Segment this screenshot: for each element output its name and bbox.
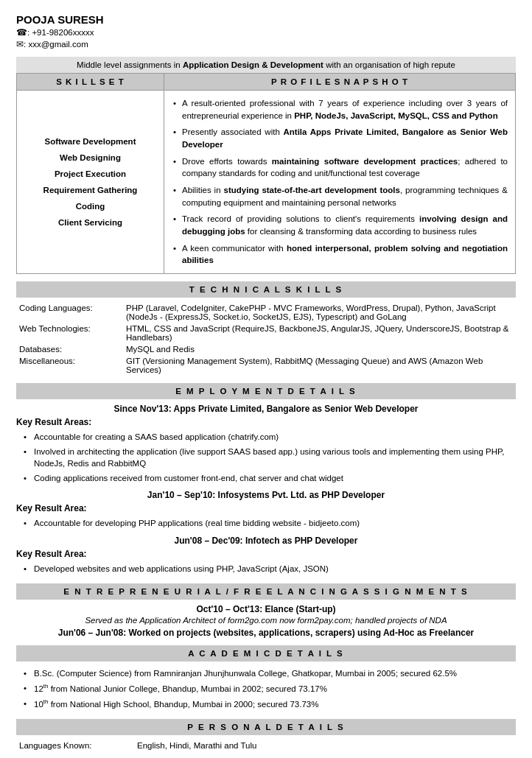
acad-item-2: 12th from National Junior College, Bhand…	[24, 681, 516, 696]
skill-item: Project Execution	[23, 166, 158, 182]
email-address: xxx@gmail.com	[28, 40, 88, 49]
tech-row-1: Coding Languages: PHP (Laravel, CodeIgni…	[16, 302, 516, 323]
tech-value-misc: GIT (Versioning Management System), Rabb…	[123, 355, 516, 376]
employment-position-1: Since Nov'13: Apps Private Limited, Bang…	[16, 404, 516, 485]
email-line: ✉: xxx@gmail.com	[16, 39, 516, 49]
acad-item-1: B.Sc. (Computer Science) from Ramniranja…	[24, 666, 516, 681]
tech-row-2: Web Technologies: HTML, CSS and JavaScri…	[16, 323, 516, 343]
skill-set-header: S K I L L S E T	[17, 74, 164, 91]
key-result-heading-1: Key Result Areas:	[16, 417, 516, 427]
technical-skills-table: Coding Languages: PHP (Laravel, CodeIgni…	[16, 302, 516, 376]
entrepreneurial-header: E N T R E P R E N E U R I A L / F R E E …	[16, 583, 516, 600]
technical-skills-header: T E C H N I C A L S K I L L S	[16, 281, 516, 298]
skill-profile-row: Software Development Web Designing Proje…	[17, 91, 516, 274]
profile-item-1: A result-oriented professional with 7 ye…	[172, 95, 508, 124]
tech-label-db: Databases:	[16, 343, 123, 355]
skill-item: Software Development	[23, 133, 158, 150]
key-result-heading-2: Key Result Area:	[16, 503, 516, 513]
skill-items-cell: Software Development Web Designing Proje…	[17, 91, 164, 274]
personal-row-1: Languages Known: English, Hindi, Marathi…	[16, 740, 516, 751]
emp-bullet: Accountable for developing PHP applicati…	[24, 516, 516, 530]
tech-row-3: Databases: MySQL and Redis	[16, 343, 516, 355]
profile-items-cell: A result-oriented professional with 7 ye…	[164, 91, 516, 274]
profile-item-4: Abilities in studying state-of-the-art d…	[172, 182, 508, 211]
personal-label-languages: Languages Known:	[16, 740, 134, 751]
skill-item: Client Servicing	[23, 214, 158, 231]
candidate-name: POOJA SURESH	[16, 13, 516, 26]
employment-position-3: Jun'08 – Dec'09: Infotech as PHP Develop…	[16, 536, 516, 576]
key-result-heading-3: Key Result Area:	[16, 549, 516, 559]
phone-number: +91-98206xxxxx	[32, 28, 94, 37]
skill-profile-table: S K I L L S E T P R O F I L E S N A P S …	[16, 73, 516, 274]
emp-title-3: Jun'08 – Dec'09: Infotech as PHP Develop…	[16, 536, 516, 546]
skill-item: Requirement Gathering	[23, 182, 158, 198]
personal-header: P E R S O N A L D E T A I L S	[16, 719, 516, 735]
tech-row-4: Miscellaneous: GIT (Versioning Managemen…	[16, 355, 516, 376]
header-section: POOJA SURESH ☎: +91-98206xxxxx ✉: xxx@gm…	[16, 13, 516, 49]
academic-list: B.Sc. (Computer Science) from Ramniranja…	[24, 666, 516, 712]
tech-value-coding: PHP (Laravel, CodeIgniter, CakePHP - MVC…	[123, 302, 516, 323]
tech-value-web: HTML, CSS and JavaScript (RequireJS, Bac…	[123, 323, 516, 343]
objective-text-normal: Middle level assignments in	[77, 60, 183, 69]
employment-header: E M P L O Y M E N T D E T A I L S	[16, 383, 516, 399]
emp-bullet: Involved in architecting the application…	[24, 444, 516, 471]
emp-bullets-1: Accountable for creating a SAAS based ap…	[24, 429, 516, 485]
tech-value-db: MySQL and Redis	[123, 343, 516, 355]
emp-bullets-3: Developed websites and web applications …	[24, 561, 516, 576]
personal-table: Languages Known: English, Hindi, Marathi…	[16, 740, 516, 751]
skill-item-coding: Coding	[23, 198, 158, 214]
entrep-position-1: Oct'10 – Oct'13: Elance (Start-up) Serve…	[16, 604, 516, 625]
entrep-position-2: Jun'06 – Jun'08: Worked on projects (web…	[16, 628, 516, 638]
emp-bullets-2: Accountable for developing PHP applicati…	[24, 516, 516, 530]
emp-title-1: Since Nov'13: Apps Private Limited, Bang…	[16, 404, 516, 414]
profile-snapshot-header: P R O F I L E S N A P S H O T	[164, 74, 516, 91]
entrep-subtitle-1: Served as the Application Architect of f…	[16, 616, 516, 625]
profile-item-3: Drove efforts towards maintaining softwa…	[172, 153, 508, 182]
personal-value-languages: English, Hindi, Marathi and Tulu	[134, 740, 516, 751]
profile-item-2: Presently associated with Antila Apps Pr…	[172, 124, 508, 152]
profile-item-5: Track record of providing solutions to c…	[172, 211, 508, 239]
emp-bullet: Coding applications received from custom…	[24, 471, 516, 485]
email-icon: ✉	[16, 40, 24, 49]
profile-item-6: A keen communicator with honed interpers…	[172, 240, 508, 269]
skill-item: Web Designing	[23, 150, 158, 166]
objective-text-bold: Application Design & Development	[183, 60, 323, 69]
tech-label-coding: Coding Languages:	[16, 302, 123, 323]
tech-label-web: Web Technologies:	[16, 323, 123, 343]
objective-bar: Middle level assignments in Application …	[16, 57, 516, 73]
phone-icon: ☎	[16, 28, 27, 37]
profile-list: A result-oriented professional with 7 ye…	[172, 95, 508, 269]
objective-text-suffix: with an organisation of high repute	[323, 60, 455, 69]
entrep-title-2: Jun'06 – Jun'08: Worked on projects (web…	[16, 628, 516, 638]
emp-title-2: Jan'10 – Sep'10: Infosystems Pvt. Ltd. a…	[16, 490, 516, 500]
acad-item-3: 10th from National High School, Bhandup,…	[24, 696, 516, 712]
tech-label-misc: Miscellaneous:	[16, 355, 123, 376]
emp-bullet: Developed websites and web applications …	[24, 561, 516, 576]
academic-header: A C A D E M I C D E T A I L S	[16, 645, 516, 662]
emp-bullet: Accountable for creating a SAAS based ap…	[24, 429, 516, 444]
employment-position-2: Jan'10 – Sep'10: Infosystems Pvt. Ltd. a…	[16, 490, 516, 530]
phone-line: ☎: +91-98206xxxxx	[16, 27, 516, 38]
entrep-title-1: Oct'10 – Oct'13: Elance (Start-up)	[16, 604, 516, 614]
